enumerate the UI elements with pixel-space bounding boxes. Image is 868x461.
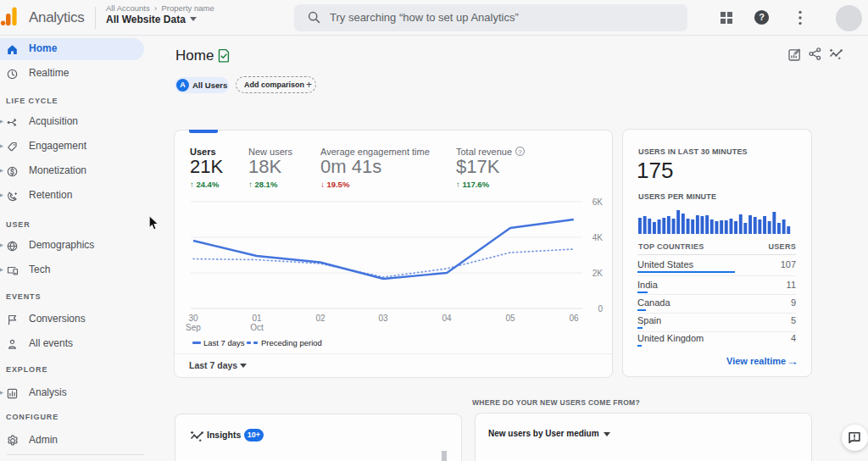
svg-text:?: ? (759, 12, 765, 22)
